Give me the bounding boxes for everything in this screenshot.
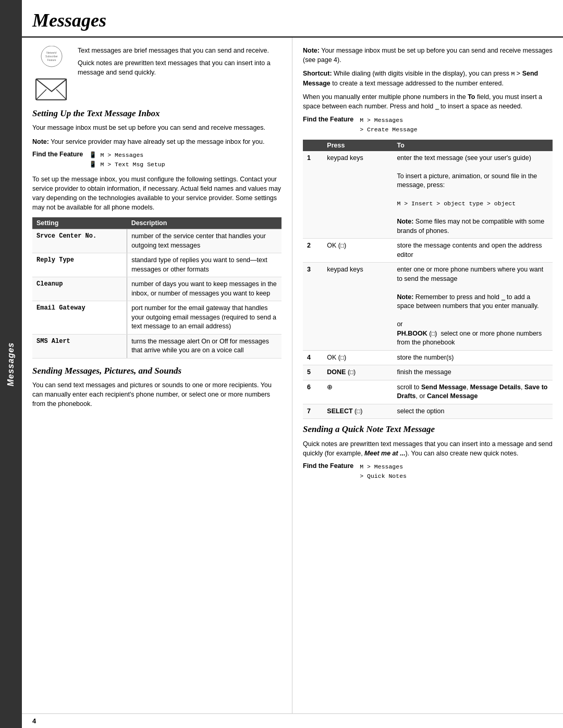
find-feature-1: Find the Feature 📱 M > Messages 📱 M > Te… — [32, 151, 282, 169]
envelope-icon-group: Network/ Subscriber Feature — [32, 46, 71, 103]
svg-text:Feature: Feature — [47, 58, 56, 61]
step-table: Press To 1 keypad keys enter the text me… — [303, 140, 553, 419]
find-feature-right: Find the Feature M > Messages > Create M… — [303, 116, 553, 134]
right-column: Note: Your message inbox must be set up … — [292, 38, 563, 713]
table-row: 1 keypad keys enter the text message (se… — [303, 151, 553, 239]
table-row: 6 ⊕ scroll to Send Message, Message Deta… — [303, 380, 553, 404]
right-para1: When you manually enter multiple phone n… — [303, 92, 553, 112]
title-bar: Messages — [22, 0, 563, 38]
table-row: Srvce Center No.number of the service ce… — [32, 229, 282, 253]
find-feature-right-2: Find the Feature M > Messages > Quick No… — [303, 462, 553, 481]
intro-quick-notes: Quick notes are prewritten text messages… — [78, 58, 282, 77]
table-row: 2 OK (□) store the message contents and … — [303, 239, 553, 263]
page-number: 4 — [32, 717, 36, 725]
main-content: Messages Network/ Sub — [22, 0, 563, 728]
table-row: Cleanupnumber of days you want to keep m… — [32, 277, 282, 301]
table-row: 3 keypad keys enter one or more phone nu… — [303, 263, 553, 351]
svg-text:Subscriber: Subscriber — [45, 55, 58, 58]
network-badge: Network/ Subscriber Feature — [38, 46, 66, 75]
table-row: Reply Typestandard type of replies you w… — [32, 253, 282, 277]
table-row: Email Gatewayport number for the email g… — [32, 301, 282, 335]
left-column: Network/ Subscriber Feature — [22, 38, 292, 713]
section2-heading: Sending Messages, Pictures, and Sounds — [32, 366, 282, 376]
badge-svg: Network/ Subscriber Feature — [38, 46, 66, 75]
settings-col-description: Description — [127, 217, 282, 229]
settings-table: Setting Description Srvce Center No.numb… — [32, 217, 282, 359]
svg-text:Network/: Network/ — [46, 51, 57, 54]
envelope-svg — [35, 75, 69, 103]
section2-para1: You can send text messages and pictures … — [32, 380, 282, 409]
page-number-bar: 4 — [22, 713, 563, 728]
svg-line-6 — [56, 90, 67, 100]
page: Messages Messages — [0, 0, 563, 728]
note-label: Note: — [32, 138, 49, 145]
intro-block: Network/ Subscriber Feature — [32, 46, 282, 103]
right-section2-para1: Quick notes are prewritten text messages… — [303, 439, 553, 458]
step-table-body: 1 keypad keys enter the text message (se… — [303, 151, 553, 419]
section1-heading: Setting Up the Text Message Inbox — [32, 108, 282, 119]
table-row: 7 SELECT (□) select the option — [303, 404, 553, 419]
svg-line-5 — [36, 90, 46, 100]
find-feature-label-right: Find the Feature — [303, 116, 353, 123]
table-row: 5 DONE (□) finish the message — [303, 365, 553, 380]
find-feature-label-1: Find the Feature — [32, 151, 83, 158]
section1-note: Note: Your service provider may have alr… — [32, 137, 282, 146]
table-row: SMS Alertturns the message alert On or O… — [32, 334, 282, 358]
step-col-to: To — [393, 140, 553, 151]
section1-body: To set up the message inbox, you must co… — [32, 175, 282, 213]
page-title: Messages — [32, 9, 547, 31]
sidebar: Messages — [0, 0, 22, 728]
step-col-num — [303, 140, 323, 151]
find-feature-path-right: M > Messages > Create Message — [360, 116, 417, 134]
find-feature-label-right-2: Find the Feature — [303, 462, 353, 470]
settings-table-body: Srvce Center No.number of the service ce… — [32, 229, 282, 359]
section1-para1: Your message inbox must be set up before… — [32, 123, 282, 132]
intro-text-messages: Text messages are brief messages that yo… — [78, 46, 282, 55]
right-section2-heading: Sending a Quick Note Text Message — [303, 424, 553, 435]
find-feature-path-right-2: M > Messages > Quick Notes — [360, 462, 407, 481]
right-note1: Note: Your message inbox must be set up … — [303, 46, 553, 65]
two-column-layout: Network/ Subscriber Feature — [22, 38, 563, 713]
settings-col-setting: Setting — [32, 217, 127, 229]
intro-text: Text messages are brief messages that yo… — [78, 46, 282, 103]
sidebar-label: Messages — [6, 342, 16, 386]
table-row: 4 OK (□) store the number(s) — [303, 350, 553, 365]
step-col-press: Press — [323, 140, 393, 151]
find-feature-path-1: 📱 M > Messages 📱 M > Text Msg Setup — [89, 151, 165, 169]
right-shortcut: Shortcut: While dialing (with digits vis… — [303, 69, 553, 88]
